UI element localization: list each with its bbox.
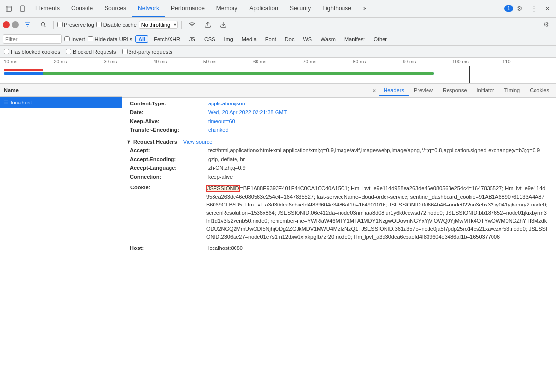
req-cookie-key: Cookie: (130, 185, 206, 190)
tab-console[interactable]: Console (65, 0, 99, 17)
svg-rect-1 (21, 6, 24, 12)
resp-transfer-encoding-key: Transfer-Encoding: (130, 127, 208, 133)
detail-close-button[interactable]: × (369, 85, 379, 96)
filter-all[interactable]: All (135, 35, 148, 43)
hide-data-urls-checkbox[interactable] (88, 36, 93, 41)
filter-manifest[interactable]: Manifest (342, 35, 368, 43)
tab-initiator[interactable]: Initiator (472, 85, 499, 96)
main-tabs: Elements Console Sources Network Perform… (29, 0, 372, 17)
blocked-requests-label[interactable]: Blocked Requests (66, 49, 116, 55)
record-button[interactable] (3, 21, 10, 28)
close-devtools-icon[interactable]: ✕ (540, 2, 554, 16)
req-host-key: Host: (130, 245, 208, 251)
resp-date-row: Date: Wed, 20 Apr 2022 02:21:38 GMT (122, 108, 556, 117)
tab-performance[interactable]: Performance (165, 0, 211, 17)
blocked-cookies-checkbox[interactable] (4, 49, 9, 54)
tab-security[interactable]: Security (284, 0, 317, 17)
filter-font[interactable]: Font (262, 35, 279, 43)
tab-more[interactable]: » (357, 0, 372, 17)
tl-50ms: 50 ms (203, 59, 253, 64)
req-accept-language-val: zh-CN,zh;q=0.9 (208, 165, 246, 171)
tl-90ms: 90 ms (403, 59, 452, 64)
third-party-label[interactable]: 3rd-party requests (122, 49, 172, 55)
filter-img[interactable]: Img (221, 35, 236, 43)
throttle-selector[interactable]: No throttling Fast 3G Slow 3G (139, 21, 178, 29)
detail-tabs-bar: × Headers Preview Response Initiator Tim… (122, 84, 556, 98)
jsessionid-highlight: JSESSIONID (206, 185, 240, 192)
invert-label[interactable]: Invert (64, 36, 85, 42)
export-icon[interactable] (216, 18, 230, 32)
more-options-icon[interactable]: ⋮ (527, 2, 540, 16)
req-accept-encoding-row: Accept-Encoding: gzip, deflate, br (122, 155, 556, 164)
view-source-link[interactable]: View source (183, 139, 213, 144)
timeline-bar-red (4, 69, 43, 71)
inspect-icon[interactable] (2, 2, 16, 16)
response-headers-section: Content-Type: application/json Date: Wed… (122, 98, 556, 137)
filter-other[interactable]: Other (370, 35, 390, 43)
req-accept-language-key: Accept-Language: (130, 165, 208, 171)
tab-application[interactable]: Application (243, 0, 284, 17)
filter-js[interactable]: JS (186, 35, 198, 43)
req-cookie-val: JSESSIONID=BE1A88E9393E401F44C0CA1CC40A1… (206, 185, 548, 241)
resp-content-type-key: Content-Type: (130, 101, 208, 106)
filter-wasm[interactable]: Wasm (318, 35, 339, 43)
tab-lighthouse[interactable]: Lighthouse (317, 0, 357, 17)
tl-100ms: 100 ms (452, 59, 502, 64)
throttle-select[interactable]: No throttling Fast 3G Slow 3G (139, 21, 178, 29)
settings2-icon[interactable]: ⚙ (539, 18, 553, 32)
wifi-icon[interactable] (185, 18, 199, 32)
blocked-cookies-label[interactable]: Has blocked cookies (4, 49, 60, 55)
tab-memory[interactable]: Memory (211, 0, 243, 17)
filter-fetch-xhr[interactable]: Fetch/XHR (151, 35, 183, 43)
clear-button[interactable] (12, 21, 19, 28)
name-column-header: Name (0, 84, 122, 97)
filter-icon[interactable] (21, 18, 34, 32)
blocked-requests-checkbox[interactable] (66, 49, 71, 54)
timeline-bar-area[interactable] (0, 66, 556, 84)
request-headers-section-header[interactable]: ▼ Request Headers View source (122, 137, 556, 146)
triangle-icon: ▼ (126, 139, 131, 144)
disable-cache-checkbox[interactable] (96, 22, 102, 27)
filter-doc[interactable]: Doc (282, 35, 298, 43)
cookie-highlight-box: Cookie: JSESSIONID=BE1A88E9393E401F44C0C… (130, 183, 548, 243)
tl-30ms: 30 ms (104, 59, 153, 64)
timeline-cursor[interactable] (469, 66, 470, 84)
svg-line-4 (44, 26, 45, 27)
tab-cookies[interactable]: Cookies (525, 85, 554, 96)
tl-40ms: 40 ms (153, 59, 203, 64)
tab-headers[interactable]: Headers (379, 85, 409, 96)
tab-response[interactable]: Response (438, 85, 472, 96)
checkboxes-bar: Has blocked cookies Blocked Requests 3rd… (0, 46, 556, 58)
detail-panel: × Headers Preview Response Initiator Tim… (122, 84, 556, 392)
divider1 (53, 21, 54, 29)
filter-input[interactable] (3, 34, 62, 44)
req-accept-row: Accept: text/html,application/xhtml+xml,… (122, 146, 556, 155)
preserve-log-label[interactable]: Preserve log (57, 22, 94, 28)
resp-transfer-encoding-row: Transfer-Encoding: chunked (122, 126, 556, 135)
tab-elements[interactable]: Elements (29, 0, 65, 17)
import-icon[interactable] (201, 18, 214, 32)
third-party-checkbox[interactable] (122, 49, 128, 54)
hide-data-urls-label[interactable]: Hide data URLs (88, 36, 133, 42)
tab-network[interactable]: Network (132, 0, 165, 17)
tl-60ms: 60 ms (253, 59, 303, 64)
search-icon[interactable] (36, 18, 50, 32)
req-host-val: localhost:8080 (208, 245, 243, 251)
tl-110: 110 (502, 59, 552, 64)
tab-preview[interactable]: Preview (409, 85, 438, 96)
filter-css[interactable]: CSS (201, 35, 218, 43)
req-connection-val: keep-alive (208, 174, 233, 180)
tab-sources[interactable]: Sources (99, 0, 132, 17)
disable-cache-label[interactable]: Disable cache (96, 22, 137, 28)
timeline[interactable]: 10 ms 20 ms 30 ms 40 ms 50 ms 60 ms 70 m… (0, 58, 556, 84)
req-cookie-row: Cookie: JSESSIONID=BE1A88E9393E401F44C0C… (130, 185, 548, 241)
filter-media[interactable]: Media (239, 35, 259, 43)
invert-checkbox[interactable] (64, 36, 70, 41)
req-accept-language-row: Accept-Language: zh-CN,zh;q=0.9 (122, 164, 556, 173)
list-item-localhost[interactable]: ☰ localhost (0, 97, 122, 108)
preserve-log-checkbox[interactable] (57, 22, 63, 27)
device-toggle-icon[interactable] (16, 2, 29, 16)
filter-ws[interactable]: WS (300, 35, 315, 43)
settings-icon[interactable]: ⚙ (513, 2, 527, 16)
tab-timing[interactable]: Timing (499, 85, 525, 96)
